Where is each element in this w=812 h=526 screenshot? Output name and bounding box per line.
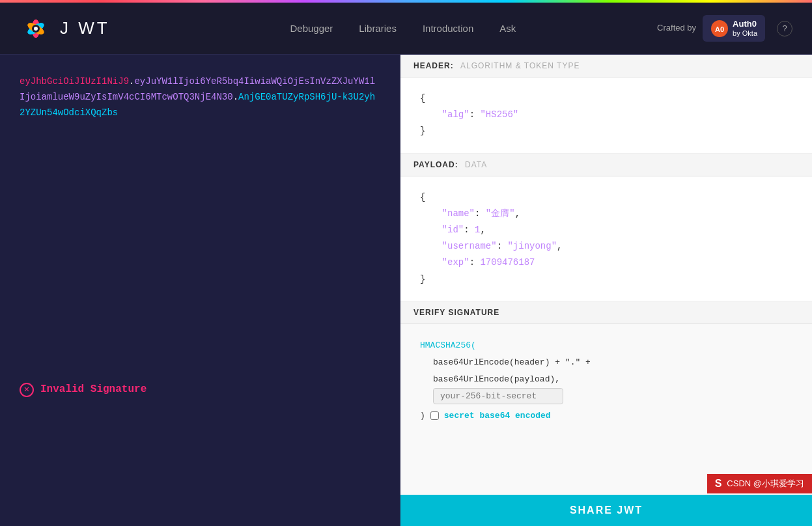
crafted-by-text: Crafted by [657,23,696,34]
nav-libraries[interactable]: Libraries [359,23,397,34]
logo-area: J WT [20,12,110,45]
name-value: "金膺" [486,208,515,219]
right-panel: HEADER: ALGORITHM & TOKEN TYPE { "alg": … [400,55,812,526]
jwt-dot2: . [233,92,238,102]
alg-key: "alg" [442,109,469,120]
verify-arg1-line: base64UrlEncode(header) + "." + [420,354,792,371]
auth0-icon: A0 [710,20,729,38]
verify-dot-str: "." [565,357,580,367]
verify-body: HMACSHA256( base64UrlEncode(header) + ".… [400,324,812,437]
verify-arg2: base64UrlEncode(payload), [433,374,560,384]
payload-json-area: { "name": "金膺", "id": 1, "username": "ji… [400,176,812,301]
verify-plus2: + [585,357,591,367]
base64-checkbox[interactable] [430,411,439,420]
auth0-logo: A0 Auth0 by Okta [703,15,765,42]
header-json-area: { "alg": "HS256" } [400,77,812,154]
nav-debugger[interactable]: Debugger [290,23,333,34]
checkbox-label: secret base64 encoded [444,408,551,424]
csdn-overlay: S CSDN @小琪爱学习 [707,474,812,493]
checkbox-row: ) secret base64 encoded [420,408,792,424]
header-sub-label: ALGORITHM & TOKEN TYPE [460,61,580,70]
payload-label: PAYLOAD: [413,160,458,169]
auth0-line2: by Okta [733,29,757,38]
verify-arg2-line: base64UrlEncode(payload), [420,371,792,388]
svg-text:A0: A0 [715,25,724,33]
navbar: J WT Debugger Libraries Introduction Ask… [0,3,812,55]
payload-sub-label: DATA [465,160,487,169]
header-label: HEADER: [413,61,454,70]
auth0-line1: Auth0 [733,19,757,29]
csdn-icon: S [715,478,722,490]
alg-value: "HS256" [480,109,518,120]
help-button[interactable]: ? [777,21,792,36]
verify-fn-line: HMACSHA256( [420,337,792,354]
main-content: eyJhbGciOiJIUzI1NiJ9.eyJuYW1lIjoi6YeR5bq… [0,55,812,526]
username-value: "jinyong" [507,241,557,251]
nav-introduction[interactable]: Introduction [423,23,473,34]
crafted-area: Crafted by A0 Auth0 by Okta ? [657,15,792,42]
verify-section-header: VERIFY SIGNATURE [400,301,812,324]
nav-links: Debugger Libraries Introduction Ask [149,23,657,34]
jwt-part1: eyJhbGciOiJIUzI1NiJ9 [20,76,129,87]
auth0-text-block: Auth0 by Okta [733,19,757,38]
id-key: "id" [442,225,464,235]
share-jwt-text: SHARE JWT [570,505,643,516]
jwt-logo-icon [20,12,52,45]
exp-key: "exp" [442,257,469,268]
invalid-signature: ✕ Invalid Signature [20,381,380,398]
share-jwt-bar[interactable]: SHARE JWT [400,495,812,526]
jwt-encoded-text: eyJhbGciOiJIUzI1NiJ9.eyJuYW1lIjoi6YeR5bq… [20,74,380,120]
left-panel: eyJhbGciOiJIUzI1NiJ9.eyJuYW1lIjoi6YeR5bq… [0,55,400,526]
verify-fn: HMACSHA256( [420,340,476,350]
verify-arg1: base64UrlEncode(header) [433,357,550,367]
verify-secret-line [420,388,792,405]
nav-ask[interactable]: Ask [499,23,516,34]
svg-point-7 [34,27,38,31]
payload-section-header: PAYLOAD: DATA [400,154,812,176]
verify-plus1: + [555,357,560,367]
exp-value: 1709476187 [480,257,535,268]
verify-close: ) [420,408,425,424]
invalid-icon: ✕ [20,383,34,397]
verify-label: VERIFY SIGNATURE [413,308,499,317]
secret-input[interactable] [433,388,563,404]
logo-text: J WT [60,18,110,38]
csdn-label: CSDN @小琪爱学习 [727,478,804,490]
invalid-signature-text: Invalid Signature [40,381,147,398]
name-key: "name" [442,208,475,219]
header-section-header: HEADER: ALGORITHM & TOKEN TYPE [400,55,812,77]
username-key: "username" [442,241,497,251]
